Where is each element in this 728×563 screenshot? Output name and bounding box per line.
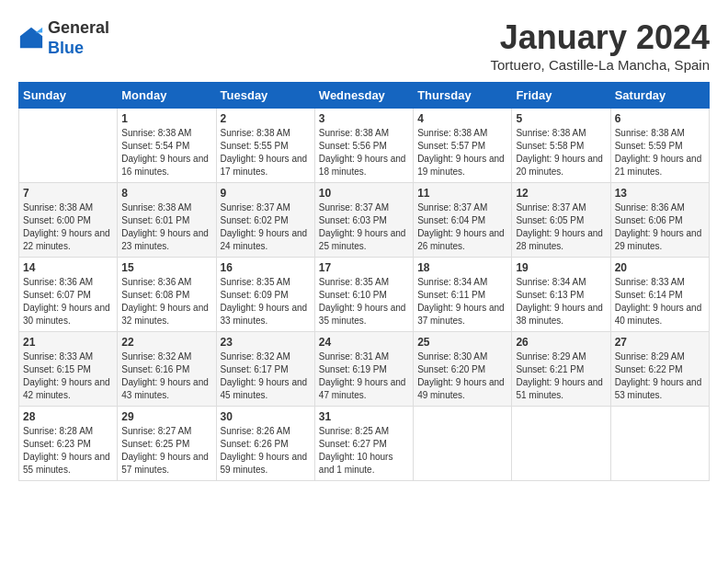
calendar-cell: 19Sunrise: 8:34 AMSunset: 6:13 PMDayligh… [512, 258, 610, 332]
day-info: Sunrise: 8:33 AMSunset: 6:14 PMDaylight:… [615, 276, 705, 327]
calendar-cell: 22Sunrise: 8:32 AMSunset: 6:16 PMDayligh… [118, 332, 216, 407]
day-info: Sunrise: 8:38 AMSunset: 5:57 PMDaylight:… [417, 127, 507, 178]
calendar-cell: 9Sunrise: 8:37 AMSunset: 6:02 PMDaylight… [216, 183, 314, 258]
day-number: 23 [221, 336, 311, 349]
calendar-cell [414, 407, 512, 481]
day-info: Sunrise: 8:36 AMSunset: 6:08 PMDaylight:… [121, 276, 211, 327]
calendar-cell: 10Sunrise: 8:37 AMSunset: 6:03 PMDayligh… [314, 183, 413, 258]
calendar-cell: 13Sunrise: 8:36 AMSunset: 6:06 PMDayligh… [610, 183, 709, 258]
day-number: 21 [23, 336, 113, 349]
day-number: 17 [319, 261, 409, 274]
calendar-cell: 31Sunrise: 8:25 AMSunset: 6:27 PMDayligh… [314, 407, 413, 481]
calendar-cell: 27Sunrise: 8:29 AMSunset: 6:22 PMDayligh… [610, 332, 709, 407]
day-info: Sunrise: 8:33 AMSunset: 6:15 PMDaylight:… [23, 350, 113, 402]
calendar-cell: 8Sunrise: 8:38 AMSunset: 6:01 PMDaylight… [118, 183, 216, 258]
day-info: Sunrise: 8:32 AMSunset: 6:16 PMDaylight:… [121, 350, 211, 402]
calendar-cell: 24Sunrise: 8:31 AMSunset: 6:19 PMDayligh… [314, 332, 413, 407]
calendar-cell: 2Sunrise: 8:38 AMSunset: 5:55 PMDaylight… [216, 109, 314, 183]
calendar-cell: 5Sunrise: 8:38 AMSunset: 5:58 PMDaylight… [512, 109, 610, 183]
day-number: 16 [221, 261, 311, 274]
day-number: 8 [121, 187, 211, 200]
day-number: 29 [121, 410, 211, 423]
day-info: Sunrise: 8:31 AMSunset: 6:19 PMDaylight:… [319, 350, 409, 402]
calendar-cell: 7Sunrise: 8:38 AMSunset: 6:00 PMDaylight… [19, 183, 118, 258]
calendar-cell: 1Sunrise: 8:38 AMSunset: 5:54 PMDaylight… [118, 109, 216, 183]
day-info: Sunrise: 8:34 AMSunset: 6:13 PMDaylight:… [516, 276, 606, 327]
week-row: 1Sunrise: 8:38 AMSunset: 5:54 PMDaylight… [19, 109, 710, 183]
day-info: Sunrise: 8:35 AMSunset: 6:09 PMDaylight:… [221, 276, 311, 327]
day-number: 22 [121, 336, 211, 349]
calendar-cell [19, 109, 118, 183]
logo-text: General Blue [48, 18, 109, 58]
day-info: Sunrise: 8:29 AMSunset: 6:21 PMDaylight:… [516, 350, 606, 402]
calendar-cell: 3Sunrise: 8:38 AMSunset: 5:56 PMDaylight… [314, 109, 413, 183]
week-row: 21Sunrise: 8:33 AMSunset: 6:15 PMDayligh… [19, 332, 710, 407]
calendar-cell: 14Sunrise: 8:36 AMSunset: 6:07 PMDayligh… [19, 258, 118, 332]
month-title: January 2024 [491, 18, 710, 57]
page-header: General Blue January 2024 Tortuero, Cast… [18, 18, 710, 73]
day-info: Sunrise: 8:38 AMSunset: 5:55 PMDaylight:… [221, 127, 311, 178]
day-number: 31 [319, 410, 409, 423]
col-header-tuesday: Tuesday [216, 83, 314, 109]
day-info: Sunrise: 8:28 AMSunset: 6:23 PMDaylight:… [23, 425, 113, 477]
calendar-cell [512, 407, 610, 481]
day-number: 3 [319, 112, 409, 125]
day-info: Sunrise: 8:37 AMSunset: 6:03 PMDaylight:… [319, 201, 409, 253]
calendar-cell: 28Sunrise: 8:28 AMSunset: 6:23 PMDayligh… [19, 407, 118, 481]
calendar-cell: 17Sunrise: 8:35 AMSunset: 6:10 PMDayligh… [314, 258, 413, 332]
day-info: Sunrise: 8:37 AMSunset: 6:05 PMDaylight:… [516, 201, 606, 253]
day-number: 12 [516, 187, 606, 200]
day-info: Sunrise: 8:34 AMSunset: 6:11 PMDaylight:… [417, 276, 507, 327]
week-row: 7Sunrise: 8:38 AMSunset: 6:00 PMDaylight… [19, 183, 710, 258]
day-number: 14 [23, 261, 113, 274]
day-info: Sunrise: 8:38 AMSunset: 5:54 PMDaylight:… [121, 127, 211, 178]
col-header-saturday: Saturday [610, 83, 709, 109]
day-number: 13 [615, 187, 705, 200]
day-info: Sunrise: 8:25 AMSunset: 6:27 PMDaylight:… [319, 425, 409, 477]
calendar-cell: 20Sunrise: 8:33 AMSunset: 6:14 PMDayligh… [610, 258, 709, 332]
day-info: Sunrise: 8:38 AMSunset: 6:01 PMDaylight:… [121, 201, 211, 253]
day-info: Sunrise: 8:29 AMSunset: 6:22 PMDaylight:… [615, 350, 705, 402]
col-header-sunday: Sunday [19, 83, 118, 109]
logo: General Blue [18, 18, 109, 58]
day-number: 25 [417, 336, 507, 349]
calendar-cell: 15Sunrise: 8:36 AMSunset: 6:08 PMDayligh… [118, 258, 216, 332]
calendar-cell: 25Sunrise: 8:30 AMSunset: 6:20 PMDayligh… [414, 332, 512, 407]
col-header-wednesday: Wednesday [314, 83, 413, 109]
day-info: Sunrise: 8:38 AMSunset: 6:00 PMDaylight:… [23, 201, 113, 253]
day-info: Sunrise: 8:27 AMSunset: 6:25 PMDaylight:… [121, 425, 211, 477]
day-number: 30 [221, 410, 311, 423]
day-number: 26 [516, 336, 606, 349]
day-info: Sunrise: 8:35 AMSunset: 6:10 PMDaylight:… [319, 276, 409, 327]
week-row: 28Sunrise: 8:28 AMSunset: 6:23 PMDayligh… [19, 407, 710, 481]
day-info: Sunrise: 8:36 AMSunset: 6:07 PMDaylight:… [23, 276, 113, 327]
day-number: 7 [23, 187, 113, 200]
day-number: 20 [615, 261, 705, 274]
calendar-cell: 16Sunrise: 8:35 AMSunset: 6:09 PMDayligh… [216, 258, 314, 332]
day-number: 15 [121, 261, 211, 274]
day-info: Sunrise: 8:38 AMSunset: 5:56 PMDaylight:… [319, 127, 409, 178]
calendar-table: SundayMondayTuesdayWednesdayThursdayFrid… [18, 82, 710, 481]
day-number: 19 [516, 261, 606, 274]
calendar-cell: 6Sunrise: 8:38 AMSunset: 5:59 PMDaylight… [610, 109, 709, 183]
col-header-monday: Monday [118, 83, 216, 109]
day-number: 2 [221, 112, 311, 125]
calendar-cell: 18Sunrise: 8:34 AMSunset: 6:11 PMDayligh… [414, 258, 512, 332]
calendar-cell: 23Sunrise: 8:32 AMSunset: 6:17 PMDayligh… [216, 332, 314, 407]
calendar-cell: 30Sunrise: 8:26 AMSunset: 6:26 PMDayligh… [216, 407, 314, 481]
day-number: 24 [319, 336, 409, 349]
location: Tortuero, Castille-La Mancha, Spain [491, 57, 710, 73]
calendar-cell: 12Sunrise: 8:37 AMSunset: 6:05 PMDayligh… [512, 183, 610, 258]
logo-icon [18, 26, 44, 52]
day-number: 18 [417, 261, 507, 274]
day-info: Sunrise: 8:32 AMSunset: 6:17 PMDaylight:… [221, 350, 311, 402]
day-info: Sunrise: 8:38 AMSunset: 5:59 PMDaylight:… [615, 127, 705, 178]
day-number: 4 [417, 112, 507, 125]
day-info: Sunrise: 8:30 AMSunset: 6:20 PMDaylight:… [417, 350, 507, 402]
day-number: 1 [121, 112, 211, 125]
calendar-cell [610, 407, 709, 481]
col-header-thursday: Thursday [414, 83, 512, 109]
calendar-cell: 11Sunrise: 8:37 AMSunset: 6:04 PMDayligh… [414, 183, 512, 258]
day-number: 27 [615, 336, 705, 349]
day-number: 5 [516, 112, 606, 125]
